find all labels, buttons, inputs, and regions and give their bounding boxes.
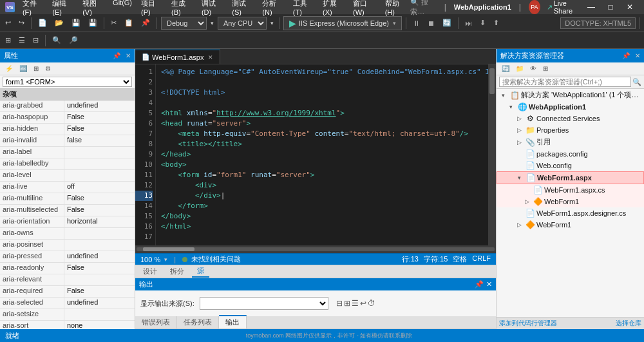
code-content[interactable]: <%@ Page Language="C#" AutoEventWireup="…: [156, 64, 488, 245]
horiz-scroll-thumb[interactable]: [143, 247, 194, 251]
output-close-btn[interactable]: ✕: [486, 280, 492, 289]
tab-tasks[interactable]: 任务列表: [177, 316, 219, 328]
tree-item-webform1-child1[interactable]: ▷ 🔶 WebForm1: [497, 196, 644, 207]
search-box[interactable]: 🔍 搜索…: [410, 0, 436, 17]
redo-btn[interactable]: ↪: [16, 17, 27, 28]
solution-search-input[interactable]: [499, 77, 631, 87]
menu-tools[interactable]: 工具(T): [289, 0, 317, 17]
solution-pin-btn[interactable]: 📌: [622, 52, 630, 59]
undo-btn[interactable]: ↩: [3, 17, 14, 28]
tab-source[interactable]: 源: [192, 265, 209, 278]
tab-design[interactable]: 设计: [138, 266, 162, 277]
prop-row[interactable]: aria-multilineFalse: [0, 193, 135, 205]
prop-alpha-btn[interactable]: 🔤: [17, 64, 30, 73]
tb2-btn1[interactable]: ⊞: [3, 35, 14, 46]
horizontal-scrollbar[interactable]: [135, 245, 496, 253]
tree-item-webform1[interactable]: ▾ 📄 WebForm1.aspx: [497, 171, 644, 184]
new-file-btn[interactable]: 📄: [35, 17, 50, 28]
open-btn[interactable]: 📂: [52, 17, 66, 28]
vertical-scrollbar[interactable]: [488, 64, 496, 245]
prop-row[interactable]: aria-sortnone: [0, 321, 135, 329]
menu-file[interactable]: 文件(F): [19, 0, 47, 17]
prop-row[interactable]: aria-level: [0, 170, 135, 182]
solution-close-btn[interactable]: ✕: [635, 52, 640, 59]
code-editor[interactable]: 12345 678910 111213 14151617 <%@ Page La…: [135, 64, 496, 245]
tb2-btn2[interactable]: ☰: [16, 35, 28, 46]
prop-events-btn[interactable]: ⚙: [43, 64, 53, 73]
prop-row[interactable]: aria-readonlyFalse: [0, 263, 135, 274]
prop-row[interactable]: aria-labelledby: [0, 158, 135, 170]
menu-test[interactable]: 测试(S): [228, 0, 257, 17]
tree-item-webform1cs[interactable]: ▷ 📄 WebForm1.aspx.cs: [497, 184, 644, 196]
menu-view[interactable]: 视图(V): [79, 0, 108, 17]
copy-btn[interactable]: 📋: [122, 17, 136, 28]
menu-analyze[interactable]: 分析(N): [258, 0, 287, 17]
tree-item-references[interactable]: ▷ 📎 引用: [497, 136, 644, 148]
prop-row[interactable]: aria-haspopupFalse: [0, 112, 135, 124]
tree-item-webapp[interactable]: ▾ 🌐 WebApplication1: [497, 101, 644, 113]
maximize-btn[interactable]: □: [601, 2, 620, 12]
prop-row[interactable]: aria-orientationhorizontal: [0, 216, 135, 228]
prop-row[interactable]: aria-posinset: [0, 240, 135, 251]
pause-btn[interactable]: ⏸: [410, 18, 422, 28]
tree-item-webconfig[interactable]: ▷ 📄 Web.config: [497, 160, 644, 171]
prop-row[interactable]: aria-liveoff: [0, 182, 135, 193]
tb2-find[interactable]: 🔎: [66, 35, 80, 46]
editor-tab-webform[interactable]: 📄 WebForm1.aspx ✕: [135, 50, 220, 64]
sol-sync-btn[interactable]: 🔄: [499, 64, 512, 73]
prop-row[interactable]: aria-label: [0, 147, 135, 158]
menu-window[interactable]: 窗口(W): [349, 0, 380, 17]
menu-debug[interactable]: 调试(D): [198, 0, 227, 17]
output-btn5[interactable]: ⏱: [368, 299, 375, 308]
menu-extensions[interactable]: 扩展(X): [319, 0, 348, 17]
tab-errors[interactable]: 错误列表: [135, 316, 177, 328]
tb2-btn3[interactable]: ⊟: [30, 35, 41, 46]
tree-item-connected-services[interactable]: ▷ ⚙ Connected Services: [497, 113, 644, 124]
prop-row[interactable]: aria-owns: [0, 228, 135, 240]
stop-btn[interactable]: ⏹: [425, 18, 437, 28]
debug-config-select[interactable]: Debug Release: [161, 17, 207, 30]
output-btn3[interactable]: ☰: [352, 299, 359, 308]
tree-item-packages[interactable]: ▷ 📄 packages.config: [497, 148, 644, 160]
tree-item-webform1-sibling[interactable]: ▷ 🔶 WebForm1: [497, 219, 644, 231]
step-over-btn[interactable]: ⏭: [462, 18, 475, 28]
sol-preview-btn[interactable]: 👁: [527, 64, 539, 73]
close-btn[interactable]: ✕: [621, 2, 639, 12]
step-out-btn[interactable]: ⬆: [491, 17, 502, 28]
paste-btn[interactable]: 📌: [138, 17, 153, 28]
live-share-btn[interactable]: ↗ Live Share: [547, 0, 580, 15]
prop-props-btn[interactable]: ⊞: [31, 64, 41, 73]
save-btn[interactable]: 💾: [69, 17, 83, 28]
menu-build[interactable]: 生成(B): [167, 0, 196, 17]
prop-row[interactable]: aria-multiselectedFalse: [0, 205, 135, 216]
prop-row[interactable]: aria-relevant: [0, 274, 135, 286]
tree-item-solution[interactable]: ▾ 📋 解决方案 'WebApplication1' (1 个项目，共 1 个): [497, 89, 644, 101]
tb2-search[interactable]: 🔍: [50, 35, 64, 46]
prop-row[interactable]: aria-selectedundefined: [0, 298, 135, 309]
prop-row[interactable]: aria-pressedundefined: [0, 251, 135, 263]
select-repo-btn[interactable]: 选择仓库: [616, 319, 641, 328]
prop-row[interactable]: aria-invalidfalse: [0, 135, 135, 147]
menu-edit[interactable]: 编辑(E): [48, 0, 77, 17]
prop-row[interactable]: aria-requiredFalse: [0, 286, 135, 298]
prop-row[interactable]: aria-hiddenFalse: [0, 124, 135, 135]
zoom-dropdown[interactable]: ▾: [164, 256, 167, 263]
tab-split[interactable]: 拆分: [165, 266, 189, 277]
menu-help[interactable]: 帮助(H): [381, 0, 410, 17]
menu-git[interactable]: Git(G): [109, 0, 136, 17]
save-all-btn[interactable]: 💾: [86, 17, 100, 28]
sol-files-btn[interactable]: 📁: [513, 64, 526, 73]
prop-row[interactable]: aria-grabbedundefined: [0, 100, 135, 112]
sol-filter-btn[interactable]: ⊞: [540, 64, 551, 73]
minimize-btn[interactable]: —: [582, 2, 600, 12]
tree-item-properties[interactable]: ▷ 📁 Properties: [497, 124, 644, 136]
platform-select[interactable]: Any CPU: [218, 17, 267, 30]
run-btn[interactable]: ▶ IIS Express (Microsoft Edge) ▾: [283, 16, 402, 30]
output-btn2[interactable]: ⊞: [344, 299, 350, 308]
cut-btn[interactable]: ✂: [108, 17, 119, 28]
tree-item-designer[interactable]: ▷ 📄 WebForm1.aspx.designer.cs: [497, 207, 644, 219]
properties-pin-btn[interactable]: 📌: [113, 52, 120, 59]
output-source-select[interactable]: [200, 297, 328, 310]
properties-close-btn[interactable]: ✕: [126, 52, 131, 59]
menu-project[interactable]: 项目(P): [137, 0, 166, 17]
